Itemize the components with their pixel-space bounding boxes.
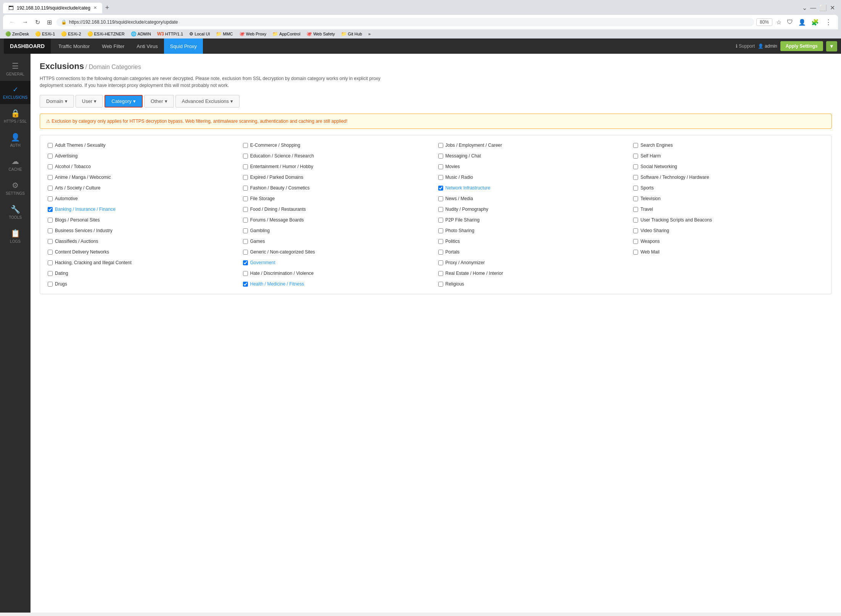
minimize-button[interactable]: — — [810, 5, 816, 11]
bookmark-appcontrol[interactable]: 📁 AppControl — [270, 30, 302, 37]
admin-link[interactable]: 👤 admin — [758, 43, 777, 49]
category-label[interactable]: Business Services / Industry — [55, 228, 113, 233]
category-label[interactable]: Self Harm — [640, 153, 661, 159]
sidebar-item-https-ssl[interactable]: 🔒 HTTPS / SSL — [0, 104, 31, 128]
category-label[interactable]: Weapons — [640, 239, 659, 244]
category-checkbox[interactable] — [438, 260, 443, 265]
new-tab-button[interactable]: + — [102, 2, 113, 13]
category-checkbox[interactable] — [243, 143, 248, 148]
bookmark-github[interactable]: 📁 Git Hub — [339, 30, 364, 37]
sidebar-item-cache[interactable]: ☁ CACHE — [0, 152, 31, 176]
category-checkbox[interactable] — [438, 239, 443, 244]
category-checkbox[interactable] — [438, 228, 443, 233]
category-checkbox[interactable] — [633, 143, 638, 148]
category-checkbox[interactable] — [243, 154, 248, 159]
category-checkbox[interactable] — [48, 143, 53, 148]
category-checkbox[interactable] — [438, 143, 443, 148]
category-checkbox[interactable] — [48, 228, 53, 233]
category-label[interactable]: Travel — [640, 207, 653, 212]
reload-button[interactable]: ↻ — [33, 18, 42, 27]
bookmark-http[interactable]: W3 HTTP/1.1 — [155, 30, 185, 37]
category-checkbox[interactable] — [438, 250, 443, 255]
tab-category[interactable]: Category ▾ — [105, 95, 143, 107]
category-checkbox[interactable] — [243, 282, 248, 287]
category-checkbox[interactable] — [48, 196, 53, 201]
category-checkbox[interactable] — [633, 218, 638, 223]
category-checkbox[interactable] — [48, 175, 53, 180]
bookmark-websafety[interactable]: 🐙 Web Safety — [304, 30, 337, 37]
category-checkbox[interactable] — [48, 260, 53, 265]
category-checkbox[interactable] — [243, 239, 248, 244]
category-label[interactable]: Arts / Society / Culture — [55, 185, 100, 191]
bookmark-esxi-hetzner[interactable]: 🟡 ESXi-HETZNER — [85, 30, 127, 37]
bookmark-admin[interactable]: 🌐 ADMIN — [129, 30, 153, 37]
category-checkbox[interactable] — [438, 282, 443, 287]
category-label[interactable]: Music / Radio — [445, 175, 473, 180]
category-checkbox[interactable] — [243, 196, 248, 201]
category-label[interactable]: Dating — [55, 271, 68, 276]
category-label[interactable]: Forums / Message Boards — [250, 217, 304, 223]
category-label[interactable]: Jobs / Employment / Career — [445, 143, 502, 148]
category-label[interactable]: News / Media — [445, 196, 473, 201]
tab-close-button[interactable]: ✕ — [93, 5, 97, 10]
extensions-icon[interactable]: 🧩 — [810, 18, 820, 27]
category-checkbox[interactable] — [633, 250, 638, 255]
category-label[interactable]: Social Networking — [640, 164, 677, 169]
shield-icon[interactable]: 🛡 — [785, 18, 794, 26]
category-label[interactable]: Games — [250, 239, 265, 244]
category-label[interactable]: P2P File Sharing — [445, 217, 480, 223]
category-label[interactable]: Anime / Manga / Webcomic — [55, 175, 111, 180]
category-label[interactable]: Video Sharing — [640, 228, 669, 233]
forward-button[interactable]: → — [20, 18, 31, 26]
category-checkbox[interactable] — [243, 164, 248, 169]
category-checkbox[interactable] — [48, 186, 53, 191]
address-bar[interactable]: 🔒 https://192.168.10.119/squid/exclude/c… — [56, 18, 754, 26]
category-checkbox[interactable] — [243, 186, 248, 191]
category-checkbox[interactable] — [633, 239, 638, 244]
bookmark-esxi1[interactable]: 🟡 ESXi-1 — [33, 30, 57, 37]
category-label[interactable]: E-Commerce / Shopping — [250, 143, 300, 148]
category-checkbox[interactable] — [48, 271, 53, 276]
tab-advanced-exclusions[interactable]: Advanced Exclusions ▾ — [175, 95, 240, 107]
category-label[interactable]: Fashion / Beauty / Cosmetics — [250, 185, 310, 191]
category-label[interactable]: Software / Technology / Hardware — [640, 175, 709, 180]
category-label[interactable]: Generic / Non-categorized Sites — [250, 249, 315, 255]
category-checkbox[interactable] — [633, 186, 638, 191]
category-checkbox[interactable] — [48, 164, 53, 169]
close-button[interactable]: ✕ — [830, 4, 835, 11]
browser-tab[interactable]: 🗔 192.168.10.119/squid/exclude/categ ✕ — [3, 3, 102, 13]
category-label[interactable]: Food / Dining / Restaurants — [250, 207, 306, 212]
nav-traffic-monitor[interactable]: Traffic Monitor — [52, 38, 96, 54]
apply-settings-dropdown[interactable]: ▼ — [826, 41, 837, 51]
sidebar-item-settings[interactable]: ⚙ SETTINGS — [0, 176, 31, 200]
category-checkbox[interactable] — [243, 207, 248, 212]
category-checkbox[interactable] — [438, 154, 443, 159]
category-label[interactable]: Banking / Insurance / Finance — [55, 207, 116, 212]
bookmark-icon[interactable]: ☆ — [775, 18, 783, 27]
category-label[interactable]: Education / Science / Research — [250, 153, 314, 159]
category-checkbox[interactable] — [243, 218, 248, 223]
category-label[interactable]: Hate / Discrimination / Violence — [250, 271, 314, 276]
bookmark-webproxy[interactable]: 🐙 Web Proxy — [237, 30, 269, 37]
category-label[interactable]: Proxy / Anonymizer — [445, 260, 485, 265]
bookmark-localui[interactable]: ⚙ Local UI — [187, 30, 212, 37]
category-checkbox[interactable] — [48, 250, 53, 255]
category-checkbox[interactable] — [633, 228, 638, 233]
category-checkbox[interactable] — [633, 164, 638, 169]
category-label[interactable]: Portals — [445, 249, 460, 255]
sidebar-item-exclusions[interactable]: ✓ EXCLUSIONS — [0, 81, 31, 104]
bookmark-esxi2[interactable]: 🟡 ESXi-2 — [59, 30, 83, 37]
apply-settings-button[interactable]: Apply Settings — [780, 41, 823, 51]
category-label[interactable]: Content Delivery Networks — [55, 249, 109, 255]
category-checkbox[interactable] — [48, 218, 53, 223]
category-checkbox[interactable] — [438, 207, 443, 212]
tab-domain[interactable]: Domain ▾ — [40, 95, 74, 107]
expand-tabs-icon[interactable]: ⌄ — [802, 4, 807, 11]
restore-button[interactable]: ⬜ — [819, 4, 827, 11]
category-label[interactable]: Politics — [445, 239, 460, 244]
sidebar-item-tools[interactable]: 🔧 TOOLS — [0, 200, 31, 224]
category-checkbox[interactable] — [438, 186, 443, 191]
back-button[interactable]: ← — [7, 18, 18, 26]
category-label[interactable]: Movies — [445, 164, 460, 169]
category-checkbox[interactable] — [438, 218, 443, 223]
